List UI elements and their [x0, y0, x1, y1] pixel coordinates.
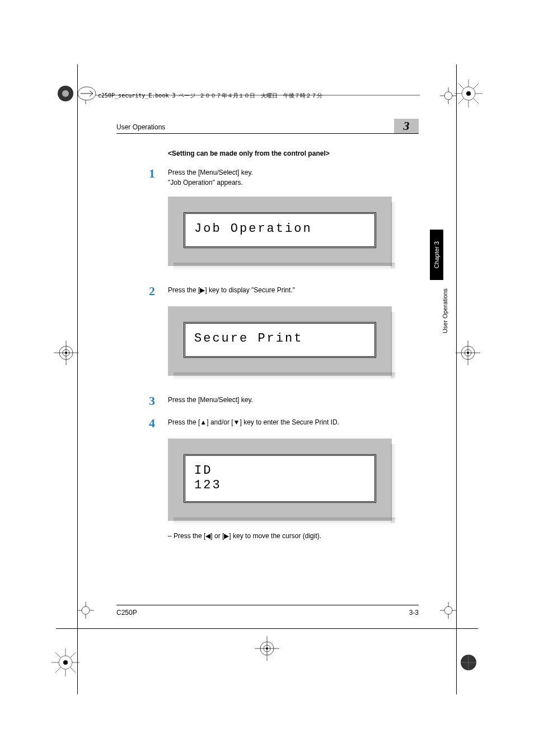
- svg-point-13: [63, 660, 68, 665]
- trim-right: [456, 64, 457, 694]
- side-tab-section: User Operations: [442, 288, 448, 333]
- running-head-title: User Operations: [116, 123, 165, 131]
- svg-point-22: [444, 92, 452, 100]
- footer-model: C250P: [116, 609, 137, 617]
- svg-point-28: [444, 606, 452, 614]
- step-1-text-line1: Press the [Menu/Select] key.: [168, 167, 419, 178]
- step-4-subnote: – Press the [◀] or [▶] key to move the c…: [168, 532, 419, 540]
- svg-point-33: [266, 647, 268, 650]
- crosshair-center-bottom: [255, 636, 279, 663]
- crosshair-small-tr: [440, 87, 457, 106]
- page-body: User Operations 3 <Setting can be made o…: [116, 119, 419, 540]
- step-4-text: Press the [▲] and/or [▼] key to enter th…: [168, 417, 419, 427]
- trim-left: [77, 64, 78, 694]
- regmark-top-right: [455, 80, 483, 108]
- step-1-text-line2: "Job Operation" appears.: [168, 178, 419, 188]
- chapter-number-box: 3: [394, 119, 419, 133]
- lcd-screen-3: ID 123: [168, 438, 392, 521]
- chapter-number: 3: [404, 119, 410, 133]
- side-tab-chapter: Chapter 3: [430, 230, 443, 280]
- running-head: User Operations 3: [116, 119, 419, 134]
- section-subhead: <Setting can be made only from the contr…: [168, 150, 419, 157]
- svg-point-25: [82, 606, 90, 614]
- step-2: 2 Press the [▶] key to display "Secure P…: [116, 285, 419, 297]
- side-tab-chapter-label: Chapter 3: [433, 241, 440, 268]
- lcd-screen-3-text: ID 123: [184, 454, 376, 503]
- regmark-bottom-left: [51, 648, 79, 676]
- crosshair-small-br: [440, 602, 457, 621]
- step-1-number: 1: [116, 167, 168, 188]
- page-footer: C250P 3-3: [116, 605, 419, 617]
- svg-point-7: [466, 91, 471, 96]
- step-4-number: 4: [116, 417, 168, 430]
- crosshair-small-bl: [77, 602, 94, 621]
- trim-bottom: [56, 628, 478, 629]
- step-2-text: Press the [▶] key to display "Secure Pri…: [168, 285, 419, 295]
- step-3-number: 3: [116, 395, 168, 407]
- crosshair-mid-right: [456, 340, 480, 367]
- regmark-bottom-right: [455, 648, 483, 676]
- lcd-screen-1-text: Job Operation: [184, 212, 376, 248]
- step-3: 3 Press the [Menu/Select] key.: [116, 395, 419, 407]
- svg-point-43: [467, 352, 469, 354]
- crosshair-mid-left: [54, 340, 78, 367]
- lcd-screen-2: Secure Print: [168, 306, 392, 376]
- svg-point-38: [65, 352, 67, 354]
- step-2-number: 2: [116, 285, 168, 297]
- lcd-screen-2-text: Secure Print: [184, 322, 376, 358]
- svg-point-1: [62, 90, 69, 97]
- document-source-header: c250P_security_E.book 3 ページ ２００７年４月１０日 火…: [98, 92, 322, 100]
- lcd-screen-1: Job Operation: [168, 197, 392, 266]
- step-4: 4 Press the [▲] and/or [▼] key to enter …: [116, 417, 419, 430]
- footer-page-number: 3-3: [409, 609, 419, 617]
- step-1: 1 Press the [Menu/Select] key. "Job Oper…: [116, 167, 419, 188]
- step-3-text: Press the [Menu/Select] key.: [168, 395, 419, 405]
